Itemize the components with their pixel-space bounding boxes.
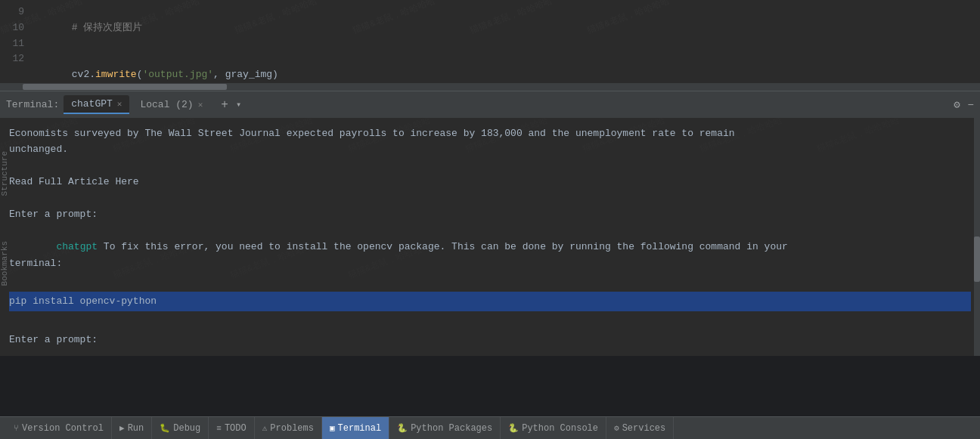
services-icon: ⚙ [614, 423, 619, 433]
tab-chatgpt-close[interactable]: ✕ [117, 99, 122, 109]
terminal-prompt-2: Enter a prompt: [9, 316, 971, 348]
code-line-10: cv2.imwrite('output.jpg', gray_img) [36, 51, 974, 83]
pip-command-line: pip install opencv-python [9, 292, 971, 311]
status-version-control[interactable]: ⑂ Version Control [6, 417, 112, 440]
python-packages-label: Python Packages [411, 423, 492, 434]
status-run[interactable]: ▶ Run [112, 417, 152, 440]
terminal-tabs: Terminal: chatGPT ✕ Local (2) ✕ + ▾ [6, 95, 954, 114]
debug-label: Debug [173, 423, 200, 434]
debug-icon: 🐛 [160, 423, 170, 433]
services-label: Services [622, 423, 666, 434]
status-problems[interactable]: ⚠ Problems [255, 417, 322, 440]
terminal-header-actions: ⚙ − [954, 98, 974, 111]
minimize-icon[interactable]: − [968, 99, 974, 111]
top-scrollbar[interactable] [0, 83, 980, 91]
code-content: # 保持次度图片 cv2.imwrite('output.jpg', gray_… [30, 0, 980, 83]
python-packages-icon: 🐍 [397, 423, 408, 433]
settings-icon[interactable]: ⚙ [954, 98, 960, 111]
status-bar: ⑂ Version Control ▶ Run 🐛 Debug ≡ TODO ⚠… [0, 416, 980, 439]
terminal-label-status: Terminal [338, 423, 382, 434]
terminal-output: Economists surveyed by The Wall Street J… [9, 125, 971, 348]
line-numbers: 9 10 11 12 [0, 0, 30, 83]
tab-local2-label: Local (2) [140, 99, 193, 110]
sidebar-label-structure[interactable]: Structure [0, 151, 15, 196]
terminal-label: Terminal: [6, 99, 59, 110]
tab-local2-close[interactable]: ✕ [198, 100, 203, 110]
tab-dropdown-button[interactable]: ▾ [233, 97, 244, 112]
code-line-9: # 保持次度图片 [36, 5, 974, 51]
terminal-chatgpt-line: chatgpt To fix this error, you need to i… [9, 223, 971, 288]
chatgpt-prefix: chatgpt [56, 241, 98, 252]
problems-label: Problems [270, 423, 314, 434]
right-scrollbar[interactable] [974, 118, 980, 356]
status-terminal[interactable]: ▣ Terminal [322, 417, 389, 440]
tab-add-button[interactable]: + [216, 97, 233, 113]
terminal-icon: ▣ [330, 423, 335, 433]
code-string: 'output.jpg' [142, 69, 213, 80]
version-control-label: Version Control [22, 423, 104, 434]
todo-label: TODO [225, 423, 247, 434]
sidebar-label-bookmarks[interactable]: Bookmarks [0, 241, 15, 286]
python-console-label: Python Console [522, 423, 598, 434]
right-scrollbar-thumb[interactable] [974, 237, 980, 282]
run-icon: ▶ [119, 423, 125, 433]
run-label: Run [128, 423, 144, 434]
status-python-console[interactable]: 🐍 Python Console [501, 417, 606, 440]
left-sidebar: Structure Bookmarks [0, 151, 15, 286]
status-python-packages[interactable]: 🐍 Python Packages [389, 417, 501, 440]
code-editor-area: 9 10 11 12 # 保持次度图片 cv2.imwrite('output.… [0, 0, 980, 83]
tab-chatgpt-label: chatGPT [71, 98, 113, 110]
terminal-body[interactable]: 猫猫&老鼠，哈哈哈哈 猫猫&老鼠，哈哈哈哈 猫猫&老鼠，哈哈哈哈 猫猫&老鼠，哈… [0, 118, 980, 356]
code-method: imwrite [95, 69, 137, 80]
terminal-text-1: Economists surveyed by The Wall Street J… [9, 125, 971, 223]
code-comment: # 保持次度图片 [72, 22, 143, 33]
python-console-icon: 🐍 [508, 423, 519, 433]
status-debug[interactable]: 🐛 Debug [152, 417, 209, 440]
status-services[interactable]: ⚙ Services [606, 417, 674, 440]
chatgpt-message: To fix this error, you need to install t… [9, 241, 788, 268]
problems-icon: ⚠ [262, 423, 268, 433]
top-scrollbar-thumb[interactable] [23, 84, 227, 90]
tab-local2[interactable]: Local (2) ✕ [132, 96, 210, 113]
status-todo[interactable]: ≡ TODO [209, 417, 254, 440]
terminal-header: Terminal: chatGPT ✕ Local (2) ✕ + ▾ ⚙ − [0, 91, 980, 118]
todo-icon: ≡ [216, 424, 222, 433]
terminal-section: Terminal: chatGPT ✕ Local (2) ✕ + ▾ ⚙ − … [0, 91, 980, 356]
pip-command: pip install opencv-python [9, 292, 971, 311]
tab-chatgpt[interactable]: chatGPT ✕ [64, 95, 129, 114]
version-control-icon: ⑂ [14, 424, 19, 433]
